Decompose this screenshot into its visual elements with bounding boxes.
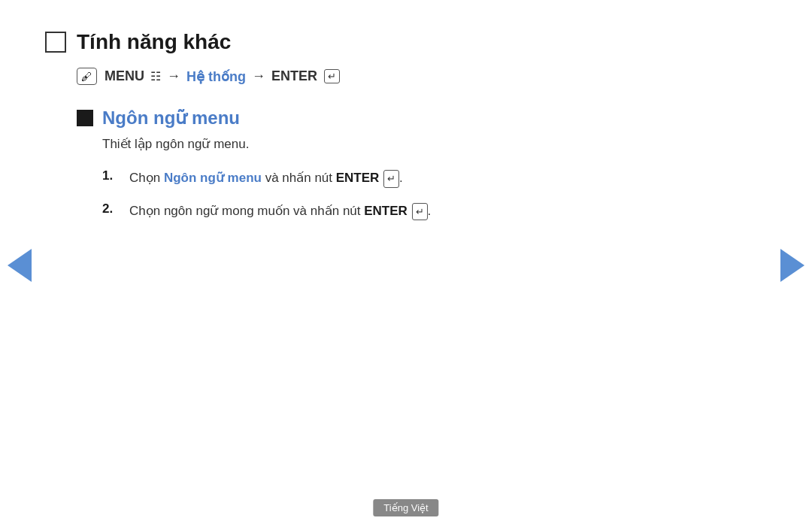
he-thong-link: Hệ thống bbox=[186, 68, 246, 85]
language-badge: Tiếng Việt bbox=[373, 499, 438, 516]
page-title: Tính năng khác bbox=[77, 30, 231, 54]
sub-title-row: Ngôn ngữ menu bbox=[77, 108, 752, 129]
enter-label: ENTER bbox=[271, 68, 317, 84]
step-2: 2. Chọn ngôn ngữ mong muốn và nhấn nút E… bbox=[102, 201, 752, 221]
menu-path: 🖋 MENU ☷ → Hệ thống → ENTER ↵ bbox=[77, 68, 752, 85]
menu-icon: 🖋 bbox=[77, 68, 97, 85]
section-title: Tính năng khác bbox=[45, 30, 752, 54]
step-1: 1. Chọn Ngôn ngữ menu và nhấn nút ENTER … bbox=[102, 168, 752, 188]
black-square-icon bbox=[77, 110, 93, 126]
step-1-enter: ENTER bbox=[336, 171, 380, 185]
main-content: Tính năng khác 🖋 MENU ☷ → Hệ thống → ENT… bbox=[0, 0, 812, 264]
step-1-text: Chọn Ngôn ngữ menu và nhấn nút ENTER ↵. bbox=[129, 168, 403, 188]
menu-label: MENU bbox=[105, 68, 144, 84]
step-2-main: Chọn ngôn ngữ mong muốn và nhấn nút bbox=[129, 204, 364, 218]
step-2-enter: ENTER bbox=[364, 204, 408, 218]
step-2-text: Chọn ngôn ngữ mong muốn và nhấn nút ENTE… bbox=[129, 201, 431, 221]
step-1-link: Ngôn ngữ menu bbox=[164, 171, 262, 185]
enter-icon: ↵ bbox=[324, 69, 340, 83]
step-1-enter-icon: ↵ bbox=[383, 170, 399, 188]
description: Thiết lập ngôn ngữ menu. bbox=[102, 136, 752, 152]
nav-arrow-left[interactable] bbox=[8, 249, 32, 282]
step-2-enter-icon: ↵ bbox=[412, 203, 428, 221]
nav-arrow-right[interactable] bbox=[780, 249, 804, 282]
step-1-after: và nhấn nút bbox=[262, 171, 336, 185]
sub-section-title: Ngôn ngữ menu bbox=[102, 108, 240, 129]
step-1-before: Chọn bbox=[129, 171, 164, 185]
checkbox-icon bbox=[45, 32, 66, 53]
step-1-num: 1. bbox=[102, 168, 117, 183]
step-2-num: 2. bbox=[102, 201, 117, 217]
sub-section: Ngôn ngữ menu Thiết lập ngôn ngữ menu. 1… bbox=[77, 108, 752, 220]
steps: 1. Chọn Ngôn ngữ menu và nhấn nút ENTER … bbox=[102, 168, 752, 220]
arrow2: → bbox=[252, 68, 265, 84]
arrow1: → bbox=[167, 68, 180, 84]
grid-icon: ☷ bbox=[150, 69, 161, 83]
hand-icon: 🖋 bbox=[81, 70, 92, 83]
